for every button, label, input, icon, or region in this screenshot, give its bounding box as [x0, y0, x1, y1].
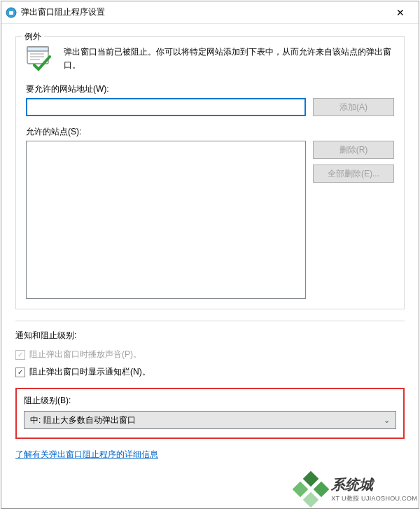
show-bar-checkbox[interactable]: [15, 368, 25, 377]
list-side-buttons: 删除(R) 全部删除(E)...: [313, 141, 394, 299]
close-button[interactable]: ✕: [386, 3, 414, 22]
info-row: 弹出窗口当前已被阻止。你可以将特定网站添加到下表中，从而允许来自该站点的弹出窗口…: [26, 46, 394, 72]
allowed-sites-label: 允许的站点(S):: [26, 126, 394, 138]
app-icon: [6, 7, 17, 18]
allowed-sites-row: 删除(R) 全部删除(E)...: [26, 141, 394, 299]
popup-blocker-icon: [26, 46, 54, 71]
blocking-level-dropdown[interactable]: 中: 阻止大多数自动弹出窗口 ⌄: [24, 411, 396, 429]
remove-all-button[interactable]: 全部删除(E)...: [313, 164, 394, 183]
titlebar: 弹出窗口阻止程序设置 ✕: [1, 1, 419, 24]
svg-rect-1: [9, 11, 13, 15]
info-text: 弹出窗口当前已被阻止。你可以将特定网站添加到下表中，从而允许来自该站点的弹出窗口…: [64, 46, 394, 72]
learn-more-row: 了解有关弹出窗口阻止程序的详细信息: [15, 449, 405, 461]
blocking-level-label: 阻止级别(B):: [24, 395, 396, 407]
address-label: 要允许的网站地址(W):: [26, 83, 394, 95]
address-row: 添加(A): [26, 98, 394, 116]
show-bar-label: 阻止弹出窗口时显示通知栏(N)。: [29, 366, 150, 378]
play-sound-checkbox-row: 阻止弹出窗口时播放声音(P)。: [15, 349, 405, 360]
learn-more-link[interactable]: 了解有关弹出窗口阻止程序的详细信息: [15, 449, 158, 459]
dialog-content: 例外 弹出窗口当前已被阻止。你可以将特定网站添加到下表中，从而允许来自该站点的弹…: [1, 24, 419, 508]
add-button[interactable]: 添加(A): [313, 98, 394, 116]
address-input[interactable]: [26, 98, 306, 116]
play-sound-checkbox[interactable]: [15, 350, 25, 360]
close-icon: ✕: [396, 7, 405, 18]
blocking-level-selected: 中: 阻止大多数自动弹出窗口: [30, 414, 136, 426]
remove-button[interactable]: 删除(R): [313, 141, 394, 159]
play-sound-label: 阻止弹出窗口时播放声音(P)。: [29, 349, 141, 360]
show-bar-checkbox-row: 阻止弹出窗口时显示通知栏(N)。: [15, 366, 405, 378]
window-title: 弹出窗口阻止程序设置: [21, 6, 386, 18]
exceptions-group: 例外 弹出窗口当前已被阻止。你可以将特定网站添加到下表中，从而允许来自该站点的弹…: [15, 36, 405, 309]
svg-rect-3: [27, 47, 48, 51]
notify-section-title: 通知和阻止级别:: [15, 330, 405, 342]
dialog-window: 弹出窗口阻止程序设置 ✕ 例外 弹出窗口当前已被阻止。你可以将: [1, 1, 419, 509]
allowed-sites-list[interactable]: [26, 141, 306, 299]
divider: [15, 321, 405, 321]
exceptions-group-title: 例外: [22, 31, 44, 43]
chevron-down-icon: ⌄: [384, 416, 390, 425]
blocking-level-highlight: 阻止级别(B): 中: 阻止大多数自动弹出窗口 ⌄: [15, 388, 405, 439]
